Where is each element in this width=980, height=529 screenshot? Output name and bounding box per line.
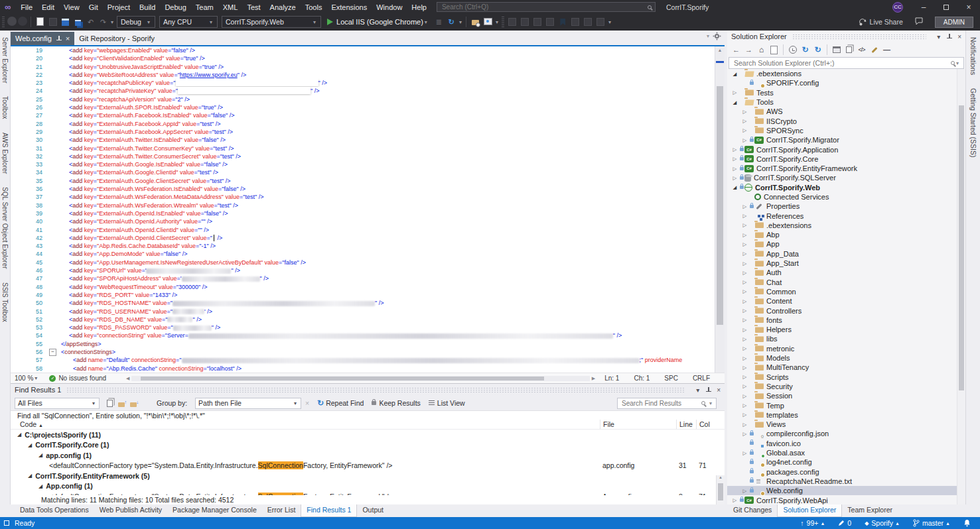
expanded-twistie-icon[interactable]: ◢ (731, 184, 738, 190)
close-icon[interactable]: × (717, 386, 721, 394)
menu-window[interactable]: Window (372, 2, 407, 13)
find-results-search-box[interactable]: ▾ (617, 398, 717, 409)
tree-item-app[interactable]: ▷App (727, 239, 965, 249)
tree-item-metronic[interactable]: ▷metronic (727, 344, 965, 353)
editor-line[interactable]: 36<add key="ExternalAuth.WsFederation.Is… (11, 185, 715, 193)
panel-dropdown-icon[interactable]: ▾ (696, 386, 699, 394)
document-dropdown-icon[interactable]: ▾ (707, 33, 709, 39)
startup-project-dropdown[interactable]: CorrIT.Sporify.Web▾ (222, 16, 321, 28)
editor-line[interactable]: 29<add key="ExternalAuth.Facebook.AppSec… (11, 128, 715, 136)
editor-line[interactable]: 30<add key="ExternalAuth.Twitter.IsEnabl… (11, 136, 715, 144)
panel-tab-web-publish-activity[interactable]: Web Publish Activity (94, 504, 167, 517)
find-result-row[interactable]: ◢App.config (1) (11, 481, 725, 492)
editor-line[interactable]: 41<add key="ExternalAuth.OpenId.ClientId… (11, 226, 715, 234)
close-icon[interactable]: × (957, 33, 961, 40)
tree-item-ebextensions[interactable]: ▷.ebextensions (727, 221, 965, 230)
solution-explorer-header[interactable]: Solution Explorer ▾ × (727, 30, 965, 42)
find-in-files-icon[interactable] (470, 17, 481, 28)
collapsed-twistie-icon[interactable]: ▷ (741, 232, 748, 238)
indent-increase-icon[interactable] (545, 17, 556, 28)
tree-item-properties[interactable]: ▷Properties (727, 202, 965, 211)
collapsed-twistie-icon[interactable]: ▷ (741, 336, 748, 342)
tree-item-corrit-sporify-webapi[interactable]: ▷CorrIT.Sporify.WebApi (727, 495, 965, 504)
collapsed-twistie-icon[interactable]: ▷ (741, 431, 748, 437)
collapsed-twistie-icon[interactable]: ▷ (731, 166, 738, 172)
live-share-button[interactable]: Live Share (859, 18, 903, 27)
editor-line[interactable]: 53<add key="RDS_PASSWORD" value="" /> (11, 323, 715, 331)
collapsed-twistie-icon[interactable]: ▷ (741, 393, 748, 399)
editor-line[interactable]: 43<add key="Abp.Redis.Cache.DatabaseId" … (11, 242, 715, 250)
back-icon[interactable]: ← (731, 44, 742, 55)
feedback-icon[interactable] (915, 17, 923, 27)
collapsed-twistie-icon[interactable]: ▷ (741, 127, 748, 133)
redo-icon[interactable] (98, 17, 109, 28)
copy-path-icon[interactable] (843, 44, 855, 55)
tree-item-content[interactable]: ▷Content (727, 296, 965, 306)
collapsed-twistie-icon[interactable]: ▷ (741, 365, 748, 371)
editor-line[interactable]: 21<add key="UnobtrusiveJavaScriptEnabled… (11, 63, 715, 71)
collapsed-twistie-icon[interactable]: ▷ (741, 308, 748, 314)
panel-tab-package-manager-console[interactable]: Package Manager Console (167, 504, 262, 517)
collapsed-twistie-icon[interactable]: ▷ (731, 156, 738, 162)
find-results-header[interactable]: Find Results 1 ▾ × (11, 384, 725, 396)
collapsed-twistie-icon[interactable]: ▷ (731, 147, 738, 152)
editor-line[interactable]: 28<add key="ExternalAuth.Facebook.AppId"… (11, 120, 715, 128)
collapsed-twistie-icon[interactable]: ▷ (741, 222, 748, 228)
tree-item-log4net-config[interactable]: log4net.config (727, 457, 965, 467)
editor-line[interactable]: 47<add key="SPORApiHostAddress" value='"… (11, 274, 715, 282)
forward-icon[interactable] (18, 17, 27, 26)
tree-item-connected-services[interactable]: Connected Services (727, 192, 965, 202)
tree-item-multitenancy[interactable]: ▷MultiTenancy (727, 363, 965, 372)
expanded-twistie-icon[interactable]: ◢ (38, 452, 42, 458)
indent-decrease-icon[interactable] (532, 17, 543, 28)
tree-item-abp[interactable]: ▷Abp (727, 230, 965, 239)
restore-button[interactable] (935, 0, 957, 14)
collapsed-twistie-icon[interactable]: ▷ (741, 241, 748, 247)
collapse-all-icon[interactable]: — (881, 44, 892, 55)
collapsed-twistie-icon[interactable]: ▷ (741, 298, 748, 304)
editor-line[interactable]: 57<add name="Default" connectionString="… (11, 356, 715, 364)
find-result-row[interactable]: ◢CorrIT.Sporify.EntityFramework (5) (11, 471, 725, 481)
tab-git-repository-sporify[interactable]: Git Repository - Sporify (74, 32, 159, 45)
outgoing-commits-button[interactable]: ↑ 99+▲ (800, 519, 825, 527)
refresh-icon[interactable] (446, 17, 457, 28)
refresh-icon[interactable]: ↻ (812, 44, 823, 55)
collapsed-twistie-icon[interactable]: ▷ (741, 270, 748, 276)
scrollbar-thumb[interactable] (717, 86, 723, 325)
side-tab-getting-started-ssis[interactable]: Getting Started (SSIS) (969, 82, 978, 164)
toolbar-grip[interactable] (2, 17, 5, 27)
collapsed-twistie-icon[interactable]: ▷ (741, 450, 748, 456)
collapsed-twistie-icon[interactable]: ▷ (731, 175, 738, 181)
toolbar-grip[interactable] (502, 17, 504, 27)
tree-item-compilerconfig-json[interactable]: ▷compilerconfig.json (727, 429, 965, 438)
next-bookmark-icon[interactable] (583, 16, 594, 27)
tree-item-corrit-sporify-migrator[interactable]: ▷CorrIT.Sporify.Migrator (727, 135, 965, 145)
collapsed-twistie-icon[interactable]: ▷ (741, 137, 748, 143)
panel-dropdown-icon[interactable]: ▾ (937, 33, 940, 40)
side-tab-notifications[interactable]: Notifications (969, 30, 978, 82)
tab-web-config[interactable]: Web.config× (11, 32, 74, 45)
editor-line[interactable]: 51<add key="RDS_USERNAME" value="' /> (11, 308, 715, 316)
editor-line[interactable]: 54<add key="connectionString" value="Ser… (11, 331, 715, 339)
tree-item-iiscrypto[interactable]: ▷IISCrypto (727, 116, 965, 125)
keep-results-button[interactable]: Keep Results (379, 399, 420, 407)
prev-bookmark-icon[interactable] (570, 16, 581, 27)
collapsed-twistie-icon[interactable]: ▷ (741, 118, 748, 124)
bookmark-icon[interactable] (557, 17, 569, 28)
tree-item-corrit-sporify-sqlserver[interactable]: ▷CorrIT.Sporify.SQLServer (727, 173, 965, 182)
collapsed-twistie-icon[interactable]: ▷ (741, 345, 748, 351)
editor-vertical-scrollbar[interactable]: ✛ ▲ (715, 46, 725, 373)
sync-icon[interactable]: ↻ (800, 44, 811, 55)
tree-item-chat[interactable]: ▷Chat (727, 278, 965, 287)
minimize-button[interactable]: – (912, 0, 935, 14)
menu-debug[interactable]: Debug (160, 2, 190, 13)
tree-item-helpers[interactable]: ▷Helpers (727, 325, 965, 334)
editor-line[interactable]: 55</appSettings> (11, 340, 715, 348)
branch-button[interactable]: master▲ (913, 519, 950, 527)
solution-search-box[interactable]: ▾ (729, 57, 964, 69)
editor-line[interactable]: 34<add key="ExternalAuth.Google.ClientId… (11, 168, 715, 176)
tree-item-templates[interactable]: ▷templates (727, 410, 965, 420)
editor-line[interactable]: 24<add key="recaptchaPrivateKey" value="… (11, 87, 715, 95)
editor-line[interactable]: 33<add key="ExternalAuth.Google.IsEnable… (11, 160, 715, 168)
tab-group-icon[interactable] (520, 17, 531, 28)
